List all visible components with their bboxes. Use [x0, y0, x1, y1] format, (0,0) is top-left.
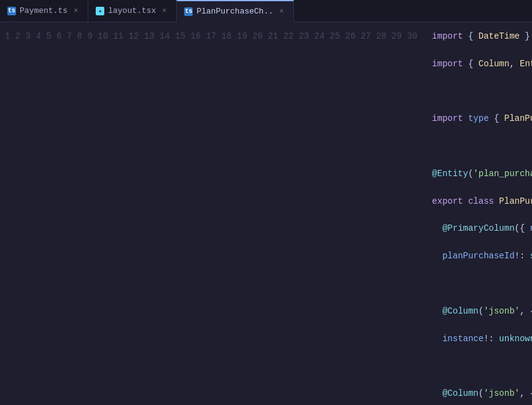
tab-bar: ts Payment.ts × ✦ layout.tsx × ts PlanPu… [0, 0, 532, 22]
tab-layout-label: layout.tsx [108, 6, 156, 15]
line-8: @PrimaryColumn({ nullable: false, name: … [432, 222, 532, 235]
ts-icon-2: ts [184, 7, 193, 16]
line-10 [432, 277, 532, 290]
line-11: @Column('jsonb', { name: 'instance' }) [432, 304, 532, 318]
line-14: @Column('jsonb', { name: 'changeset' }) [432, 387, 532, 400]
tab-payment-label: Payment.ts [20, 6, 67, 15]
line-5 [432, 139, 532, 153]
line-3 [432, 85, 532, 98]
editor-area: 1 2 3 4 5 6 7 8 9 10 11 12 13 14 15 16 1… [0, 22, 532, 405]
editor-window: ts Payment.ts × ✦ layout.tsx × ts PlanPu… [0, 0, 532, 405]
line-9: planPurchaseId!: string [432, 249, 532, 263]
line-13 [432, 359, 532, 372]
tab-payment[interactable]: ts Payment.ts × [0, 0, 88, 22]
line-1: import { DateTime } from 'luxon' [432, 29, 532, 43]
ts-icon: ts [7, 7, 16, 15]
line-7: export class PlanPurchaseChangelog { [432, 195, 532, 208]
tab-payment-close[interactable]: × [71, 6, 80, 17]
tab-planpurchase-close[interactable]: × [277, 6, 286, 17]
tab-layout-close[interactable]: × [160, 6, 169, 17]
line-numbers: 1 2 3 4 5 6 7 8 9 10 11 12 13 14 15 16 1… [0, 22, 427, 405]
line-6: @Entity('plan_purchase_changelog', { sch… [432, 167, 532, 180]
line-2: import { Column, Entity, JoinColumn, Man… [432, 57, 532, 71]
tab-planpurchase[interactable]: ts PlanPurchaseCh.. × [177, 0, 294, 22]
code-content[interactable]: import { DateTime } from 'luxon' import … [427, 22, 532, 405]
tsx-icon: ✦ [96, 7, 104, 15]
line-4: import type { PlanPurchases } from './Pl… [432, 112, 532, 125]
tab-layout[interactable]: ✦ layout.tsx × [88, 0, 177, 22]
tab-planpurchase-label: PlanPurchaseCh.. [196, 7, 273, 16]
line-12: instance!: unknown [432, 332, 532, 345]
